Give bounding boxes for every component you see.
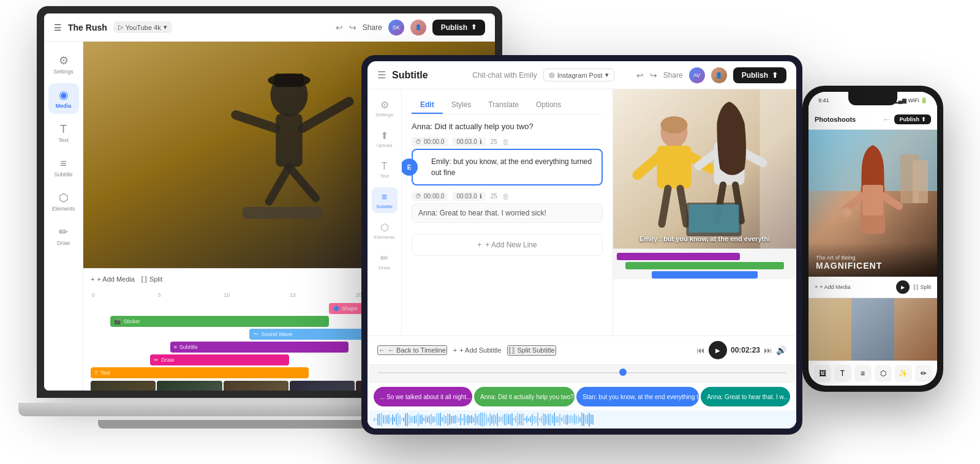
tablet-redo-icon[interactable]: ↪ [650, 70, 657, 80]
mini-track-3 [652, 271, 757, 279]
thumbnail-4 [290, 381, 355, 391]
shape-track-label: Shape [342, 305, 358, 312]
track-sticker[interactable]: 🎬 Sticker [110, 316, 328, 327]
split-icon-tablet: ⟦⟧ [508, 346, 514, 354]
skip-back-icon[interactable]: ⏮ [696, 345, 705, 355]
tablet-hamburger-icon[interactable]: ☰ [377, 69, 386, 81]
phone-tool-elements[interactable]: ⬡ [875, 365, 892, 382]
tab-styles[interactable]: Styles [443, 97, 480, 114]
add-line-icon: + [477, 241, 481, 249]
sidebar-item-text[interactable]: T Text [48, 118, 79, 148]
tablet-undo-icon[interactable]: ↩ [636, 70, 644, 80]
tablet-header: ☰ Subtitle Chit-chat with Emily ◎ Instag… [368, 61, 796, 89]
tablet-publish-label: Publish [742, 71, 768, 80]
tablet-sidebar-settings[interactable]: ⚙ Settings [372, 95, 398, 121]
add-media-button[interactable]: + + Add Media [91, 275, 135, 283]
phone-publish-button[interactable]: Publish ⬆ [894, 114, 931, 124]
thumbnail-1 [91, 381, 156, 391]
draw-label: Draw [57, 240, 70, 246]
hamburger-icon[interactable]: ☰ [54, 23, 62, 32]
track-draw[interactable]: ✏ Draw [150, 354, 289, 365]
caption-chip-3[interactable]: Stan: but you know, at the end everythin… [576, 387, 699, 406]
phone-add-media-button[interactable]: + + Add Media [815, 284, 851, 290]
track-subtitle[interactable]: ≡ Subtitle [170, 342, 349, 353]
laptop-header: ☰ The Rush ▷ YouTube 4k ▾ ↩ ↪ Share SK [44, 13, 495, 42]
elements-icon: ⬡ [59, 191, 69, 204]
tab-translate[interactable]: Translate [480, 97, 527, 114]
tablet-upload-icon2: ⬆ [380, 130, 388, 141]
phone-back-icon[interactable]: ← [882, 114, 891, 124]
split-subtitle-button[interactable]: ⟦⟧ Split Subtitle [507, 345, 556, 356]
caption-text-1: ... So we talked about it all night... [380, 394, 472, 400]
platform-badge[interactable]: ▷ YouTube 4k ▾ [113, 21, 172, 33]
split-label: Split [149, 275, 162, 283]
back-to-timeline-button[interactable]: ← ← Back to Timeline [377, 345, 447, 355]
sidebar-item-draw[interactable]: ✏ Draw [48, 220, 79, 251]
phone-tools-row: 🖼 T ≡ ⬡ ✨ ✏ [809, 361, 937, 386]
phone-timeline-bar: + + Add Media ▶ ⟦⟧ Split [809, 277, 937, 298]
delete-icon-2[interactable]: 🗑 [502, 192, 510, 201]
phone-tool-draw[interactable]: ✏ [915, 365, 932, 382]
add-new-line-button[interactable]: + + Add New Line [412, 234, 603, 256]
laptop-share-label: Share [363, 23, 382, 32]
phone-tool-text[interactable]: T [834, 365, 851, 382]
wave-bars [368, 410, 796, 428]
split-button[interactable]: ⟦⟧ Split [141, 275, 162, 283]
svg-rect-2 [276, 114, 303, 167]
text-label: Text [58, 137, 69, 143]
subtitle-track-label: Subtitle [179, 344, 198, 350]
redo-icon[interactable]: ↪ [349, 23, 356, 32]
subtitle-text-box-1[interactable]: E Emily: but you know, at the end everyt… [412, 149, 603, 185]
settings-icon: ⚙ [59, 54, 69, 67]
tablet-settings-label: Settings [375, 112, 393, 118]
track-text[interactable]: T Text [91, 367, 309, 378]
tablet-sidebar-text[interactable]: T Text [372, 157, 398, 182]
caption-chip-4[interactable]: Anna: Great to hear that. I w... [701, 387, 790, 406]
phone-project-title: Photoshoots [815, 116, 878, 123]
tablet-draw-icon: ✏ [380, 252, 388, 264]
phone-play-button[interactable]: ▶ [896, 280, 910, 294]
platform-badge-tablet[interactable]: ◎ Instagram Post ▾ [543, 69, 614, 81]
caption-chip-2[interactable]: Anna: Did it actually help you two? [474, 387, 575, 406]
sidebar-item-elements[interactable]: ⬡ Elements [48, 186, 79, 217]
tablet-sidebar-draw[interactable]: ✏ Draw [372, 249, 398, 274]
sidebar-item-media[interactable]: ◉ Media [48, 83, 79, 114]
sidebar-item-subtitle[interactable]: ≡ Subtitle [48, 152, 79, 182]
skip-forward-icon[interactable]: ⏭ [764, 345, 772, 355]
svg-rect-30 [913, 160, 928, 203]
media-icon: ◉ [59, 88, 69, 102]
publish-label: Publish [441, 23, 467, 32]
timeline-scrubber[interactable] [368, 365, 796, 383]
subtitle-label: Subtitle [54, 171, 72, 178]
laptop-publish-button[interactable]: Publish ⬆ [432, 20, 485, 36]
phone-bottom: + + Add Media ▶ ⟦⟧ Split [809, 277, 937, 386]
playback-controls: ⏮ ▶ 00:02:23 ⏭ 🔊 [696, 341, 786, 359]
phone-tool-effects[interactable]: ✨ [895, 365, 912, 382]
play-button-tablet[interactable]: ▶ [709, 341, 727, 359]
tablet-publish-button[interactable]: Publish ⬆ [733, 67, 786, 83]
undo-icon[interactable]: ↩ [336, 23, 343, 32]
caption-text-2: Anna: Did it actually help you two? [480, 394, 574, 400]
tablet-settings-icon: ⚙ [380, 99, 389, 111]
delete-icon-1[interactable]: 🗑 [502, 138, 510, 146]
timing-row-2: ⏱ 00:00.0 00:03.0 ℹ 25 🗑 [412, 192, 603, 201]
tablet-sidebar-elements[interactable]: ⬡ Elements [372, 218, 398, 244]
caption-chip-1[interactable]: ... So we talked about it all night... [374, 387, 472, 406]
phone-tool-subtitle[interactable]: ≡ [854, 365, 872, 382]
tablet-sidebar-upload[interactable]: ⬆ Upload [372, 126, 398, 152]
tablet-user-avatar: AV [689, 67, 705, 83]
instagram-icon: ◎ [549, 71, 555, 79]
tablet-draw-label: Draw [379, 265, 390, 271]
tab-options[interactable]: Options [527, 97, 570, 114]
scrubber-head[interactable] [619, 369, 627, 376]
phone-split-button[interactable]: ⟦⟧ Split [913, 284, 931, 290]
preview-subtitle-overlay: Emily : but you know, at the end everyth… [613, 235, 796, 242]
tab-edit[interactable]: Edit [412, 97, 443, 114]
sidebar-item-settings[interactable]: ⚙ Settings [48, 49, 79, 80]
tablet-sidebar-subtitle[interactable]: ≡ Subtitle [372, 187, 398, 213]
volume-icon[interactable]: 🔊 [776, 345, 786, 355]
phone-tool-media[interactable]: 🖼 [814, 365, 831, 382]
add-subtitle-button[interactable]: + + Add Subtitle [453, 346, 502, 354]
subtitle-question-1: Anna: Did it actually help you two? [412, 122, 603, 131]
back-icon: ← [379, 346, 385, 354]
